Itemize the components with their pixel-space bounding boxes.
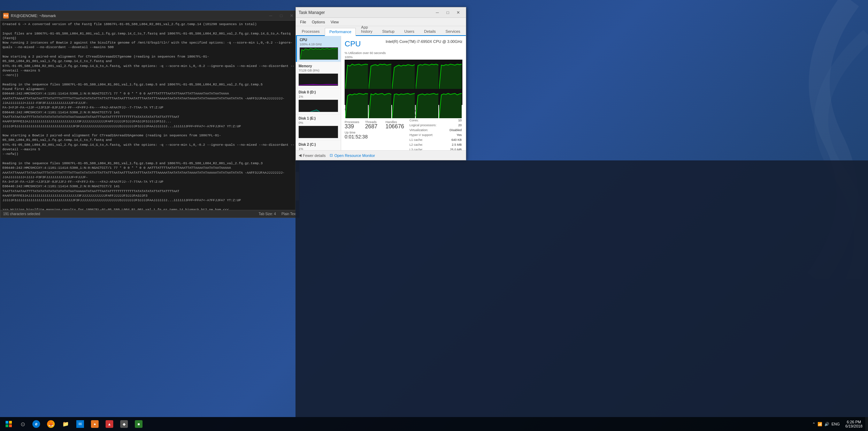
terminal-statusbar: 191 characters selected Tab Size: 4 Plai… xyxy=(0,210,299,218)
terminal-lang: Plain Text xyxy=(282,212,297,216)
terminal-line: TAATTATAATAATTTTATATATATATATATATATAATAAA… xyxy=(2,115,297,124)
svg-rect-18 xyxy=(9,424,12,427)
terminal-line: E00440:242:HMC5HCCXY:4:1101:11414:5300_2… xyxy=(2,110,297,115)
uptime-value: 0:01:52:38 xyxy=(345,134,405,139)
tm-sidebar: CPU 100% 4.19 GHz Memory 7/128 GB (6%) xyxy=(296,36,341,150)
tm-menu-options[interactable]: Options xyxy=(309,18,328,26)
uptime-block: Up time 0:01:52:38 xyxy=(345,131,405,139)
handles-block: Handles 106676 xyxy=(385,120,405,129)
svg-marker-9 xyxy=(439,64,462,89)
cpu-core-graph-9 xyxy=(416,90,438,118)
terminal-line: Now starting a 2 paired-end alignment fo… xyxy=(2,54,297,64)
terminal-minimize-button[interactable]: ─ xyxy=(266,12,276,20)
cortana-search-button[interactable]: ⊙ xyxy=(17,417,28,431)
cpu-core-graph-6 xyxy=(345,90,368,118)
svg-marker-8 xyxy=(416,64,438,89)
taskbar-mail-button[interactable]: ✉ xyxy=(73,417,87,431)
terminal-close-button[interactable]: ✕ xyxy=(287,12,297,20)
cores-row: Cores: 10 xyxy=(409,118,462,122)
explorer-icon: 📁 xyxy=(62,420,69,428)
terminal-line xyxy=(2,27,297,31)
l3-cache-label: L3 cache: xyxy=(409,148,448,150)
svg-marker-14 xyxy=(439,93,462,118)
cpu-core-graph-4 xyxy=(416,60,438,89)
open-resource-monitor-label: Open Resource Monitor xyxy=(334,153,375,158)
terminal-line: FA-3<FJF-FA-<JJF-<JJF3JF-8JFJJFJ-FF--<F<… xyxy=(2,180,297,184)
disk1-mini-graph xyxy=(299,126,338,138)
terminal-content[interactable]: Created G -> A converted version of the … xyxy=(0,21,299,210)
task-manager-window: Task Manager ─ □ ✕ File Options View Pro… xyxy=(295,7,466,160)
systray-volume-icon[interactable]: 🔊 xyxy=(824,422,829,426)
sidebar-item-memory[interactable]: Memory 7/128 GB (6%) xyxy=(296,62,341,88)
taskbar-explorer-button[interactable]: 📁 xyxy=(59,417,72,431)
terminal-line xyxy=(2,50,297,54)
sidebar-item-disk2[interactable]: Disk 2 (C:) 1% xyxy=(296,141,341,150)
svg-marker-2 xyxy=(299,110,338,112)
tm-minimize-button[interactable]: ─ xyxy=(432,9,442,16)
tab-users[interactable]: Users xyxy=(400,28,419,35)
fewer-details-button[interactable]: ◀ Fewer details xyxy=(299,153,325,158)
tm-footer: ◀ Fewer details ⊡ Open Resource Monitor xyxy=(296,150,466,160)
disk0-mini-graph xyxy=(299,100,338,112)
terminal-line: AAATATTAAAATTATAATAATTTATATTTATTTTATTAAT… xyxy=(2,96,297,106)
tab-startup[interactable]: Startup xyxy=(378,28,399,35)
terminal-maximize-button[interactable]: □ xyxy=(276,12,286,20)
tab-services[interactable]: Services xyxy=(441,28,465,35)
open-resource-monitor-button[interactable]: ⊡ Open Resource Monitor xyxy=(330,153,375,158)
mail-icon: ✉ xyxy=(76,420,84,428)
sidebar-item-disk1[interactable]: Disk 1 (E:) 0% xyxy=(296,114,341,141)
cores-value: 10 xyxy=(448,118,462,122)
tab-performance[interactable]: Performance xyxy=(325,28,356,36)
tm-maximize-button[interactable]: □ xyxy=(443,9,453,16)
taskbar-app4-button[interactable]: ■ xyxy=(132,417,146,431)
taskbar-date: 6/19/2018 xyxy=(845,424,862,428)
cpu-label: CPU xyxy=(300,38,338,42)
firefox-icon: 🦊 xyxy=(47,420,55,428)
desktop: RX RX@GENOME: ~/bismark ─ □ ✕ Created G … xyxy=(0,0,868,431)
taskbar-edge-button[interactable]: e xyxy=(29,417,43,431)
systray-battery-icon[interactable]: ENG xyxy=(831,422,840,426)
app4-icon: ■ xyxy=(135,420,143,428)
systray-network-icon[interactable]: 📶 xyxy=(817,422,822,426)
disk2-value: 1% xyxy=(299,147,338,150)
systray-chevron-icon[interactable]: ⌃ xyxy=(812,422,815,426)
svg-marker-12 xyxy=(392,93,415,118)
tab-app-history[interactable]: App history xyxy=(356,23,377,35)
taskbar-app3-button[interactable]: ◆ xyxy=(117,417,131,431)
start-button[interactable] xyxy=(0,417,17,431)
tab-processes[interactable]: Processes xyxy=(297,28,324,35)
app3-icon: ◆ xyxy=(120,420,128,428)
sidebar-item-disk0[interactable]: Disk 0 (D:) 1% xyxy=(296,88,341,114)
graph-scale: 100% xyxy=(345,55,462,59)
terminal-line: Now running 2 instances of Bowtie 2 agai… xyxy=(2,40,297,50)
tm-body: CPU 100% 4.19 GHz Memory 7/128 GB (6%) xyxy=(296,36,466,150)
taskbar-app1-button[interactable]: ● xyxy=(88,417,102,431)
tm-close-button[interactable]: ✕ xyxy=(453,9,463,16)
cpu-core-graph-1 xyxy=(345,60,368,89)
tm-cpu-main: CPU Intel(R) Core(TM) i7-6950X CPU @ 3.0… xyxy=(341,36,466,150)
cpu-title: CPU xyxy=(345,39,361,48)
process-stats: Processes 339 Threads 2687 Handles 10667… xyxy=(345,120,405,129)
terminal-window: RX RX@GENOME: ~/bismark ─ □ ✕ Created G … xyxy=(0,10,300,218)
svg-marker-5 xyxy=(345,64,368,89)
taskbar-app2-button[interactable]: ▲ xyxy=(102,417,116,431)
cpu-header: CPU Intel(R) Core(TM) i7-6950X CPU @ 3.0… xyxy=(345,39,462,48)
l3-cache-row: L3 cache: 25.0 MB xyxy=(409,148,462,150)
terminal-line: Reading in the sequence files 18067FL-01… xyxy=(2,82,297,87)
cpu-graphs-grid xyxy=(345,60,462,104)
terminal-line: JJJJJF3JJJJJJJJJJJJJJJJJJJJJJJJJJJJJF3FJ… xyxy=(2,198,297,203)
tm-title: Task Manager xyxy=(299,10,432,15)
taskbar-systray: ⌃ 📶 🔊 ENG xyxy=(809,422,843,426)
sidebar-item-cpu[interactable]: CPU 100% 4.19 GHz xyxy=(296,36,341,62)
taskbar-firefox-button[interactable]: 🦊 xyxy=(44,417,58,431)
cpu-core-graph-10 xyxy=(439,90,462,118)
terminal-chars-selected: 191 characters selected xyxy=(3,212,40,216)
tm-menu-view[interactable]: View xyxy=(328,18,342,26)
show-desktop-button[interactable] xyxy=(865,417,868,431)
disk1-label: Disk 1 (E:) xyxy=(299,116,338,120)
taskbar-clock[interactable]: 6:26 PM 6/19/2018 xyxy=(843,420,865,428)
tab-details[interactable]: Details xyxy=(420,28,440,35)
terminal-line: E00440:242:HMC5HCCXY:4:1101:11414:5300_1… xyxy=(2,166,297,170)
tm-menu-file[interactable]: File xyxy=(297,18,309,26)
cpu-core-graph-2 xyxy=(369,60,391,89)
